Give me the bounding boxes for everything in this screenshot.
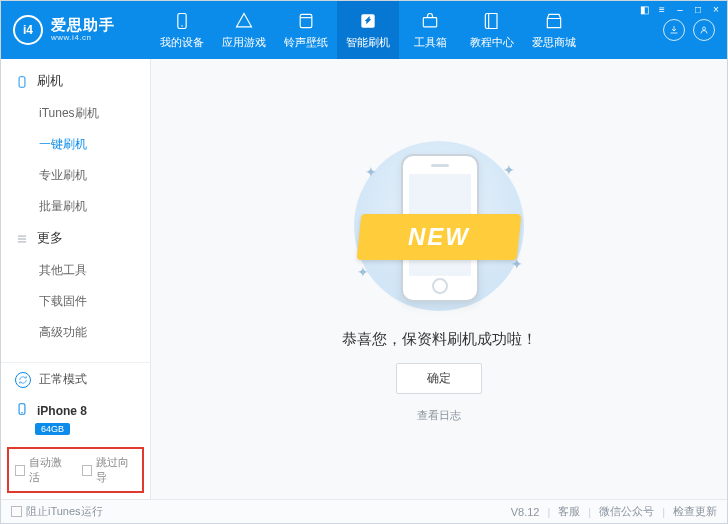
update-link[interactable]: 检查更新 [673, 504, 717, 519]
options-highlight: 自动激活 跳过向导 [7, 447, 144, 493]
mode-label: 正常模式 [39, 371, 87, 388]
maximize-button[interactable]: □ [690, 2, 706, 16]
toolbox-icon [420, 11, 440, 31]
minimize-button[interactable]: – [672, 2, 688, 16]
nav-apps[interactable]: 应用游戏 [213, 1, 275, 59]
sidebar-item-advanced[interactable]: 高级功能 [1, 317, 150, 348]
sidebar-item-itunes[interactable]: iTunes刷机 [1, 98, 150, 129]
sidebar: 刷机 iTunes刷机 一键刷机 专业刷机 批量刷机 更多 其他工具 下载固件 … [1, 59, 151, 499]
menu-button[interactable]: ≡ [654, 2, 670, 16]
skin-button[interactable]: ◧ [636, 2, 652, 16]
success-message: 恭喜您，保资料刷机成功啦！ [342, 330, 537, 349]
main-panel: ✦✦✦✦ NEW 恭喜您，保资料刷机成功啦！ 确定 查看日志 [151, 59, 727, 499]
checkbox-label: 自动激活 [29, 455, 69, 485]
checkbox-label: 跳过向导 [96, 455, 136, 485]
nav-ringtones[interactable]: 铃声壁纸 [275, 1, 337, 59]
checkbox-block-itunes[interactable]: 阻止iTunes运行 [11, 504, 103, 519]
nav-label: 智能刷机 [346, 35, 390, 50]
svg-point-5 [703, 27, 706, 30]
brand-name: 爱思助手 [51, 17, 115, 34]
sidebar-item-firmware[interactable]: 下载固件 [1, 286, 150, 317]
checkbox-icon [15, 465, 25, 476]
svg-rect-2 [300, 14, 312, 27]
apps-icon [234, 11, 254, 31]
checkbox-label: 阻止iTunes运行 [26, 504, 103, 519]
device-icon [15, 75, 29, 89]
new-ribbon: NEW [359, 214, 519, 260]
success-illustration: ✦✦✦✦ NEW [349, 136, 529, 316]
sidebar-group-more: 更多 [1, 222, 150, 255]
device-row: iPhone 8 [1, 396, 150, 421]
storage-badge: 64GB [35, 423, 70, 435]
sidebar-group-flash: 刷机 [1, 65, 150, 98]
phone-small-icon [15, 402, 29, 419]
svg-rect-4 [423, 17, 436, 26]
store-icon [544, 11, 564, 31]
checkbox-icon [82, 465, 92, 476]
close-button[interactable]: × [708, 2, 724, 16]
nav-flash[interactable]: 智能刷机 [337, 1, 399, 59]
wechat-link[interactable]: 微信公众号 [599, 504, 654, 519]
nav-label: 我的设备 [160, 35, 204, 50]
version-label: V8.12 [511, 506, 540, 518]
nav-label: 工具箱 [414, 35, 447, 50]
flash-icon [358, 11, 378, 31]
sidebar-group-title: 更多 [37, 230, 63, 247]
checkbox-icon [11, 506, 22, 517]
sidebar-item-pro[interactable]: 专业刷机 [1, 160, 150, 191]
sidebar-item-other[interactable]: 其他工具 [1, 255, 150, 286]
view-log-link[interactable]: 查看日志 [417, 408, 461, 423]
sidebar-group-title: 刷机 [37, 73, 63, 90]
top-nav: 我的设备 应用游戏 铃声壁纸 智能刷机 工具箱 教程中心 [151, 1, 647, 59]
phone-icon [172, 11, 192, 31]
nav-tutorial[interactable]: 教程中心 [461, 1, 523, 59]
ribbon-text: NEW [359, 214, 519, 260]
account-button[interactable] [693, 19, 715, 41]
support-link[interactable]: 客服 [558, 504, 580, 519]
sidebar-item-batch[interactable]: 批量刷机 [1, 191, 150, 222]
header: i4 爱思助手 www.i4.cn 我的设备 应用游戏 铃声壁纸 智能刷机 [1, 1, 727, 59]
brand-logo-icon: i4 [13, 15, 43, 45]
sidebar-item-onekey[interactable]: 一键刷机 [1, 129, 150, 160]
nav-label: 铃声壁纸 [284, 35, 328, 50]
brand-url: www.i4.cn [51, 34, 115, 43]
svg-rect-6 [19, 76, 25, 87]
music-icon [296, 11, 316, 31]
nav-toolbox[interactable]: 工具箱 [399, 1, 461, 59]
mode-row: 正常模式 [1, 363, 150, 396]
checkbox-auto-activate[interactable]: 自动激活 [15, 455, 70, 485]
brand: i4 爱思助手 www.i4.cn [1, 1, 151, 59]
nav-label: 应用游戏 [222, 35, 266, 50]
nav-label: 教程中心 [470, 35, 514, 50]
nav-devices[interactable]: 我的设备 [151, 1, 213, 59]
refresh-icon [15, 372, 31, 388]
download-button[interactable] [663, 19, 685, 41]
nav-label: 爱思商城 [532, 35, 576, 50]
more-icon [15, 232, 29, 246]
ok-button[interactable]: 确定 [396, 363, 482, 394]
nav-store[interactable]: 爱思商城 [523, 1, 585, 59]
device-name: iPhone 8 [37, 404, 87, 418]
checkbox-skip-guide[interactable]: 跳过向导 [82, 455, 137, 485]
book-icon [482, 11, 502, 31]
footer: 阻止iTunes运行 V8.12 | 客服 | 微信公众号 | 检查更新 [1, 499, 727, 523]
